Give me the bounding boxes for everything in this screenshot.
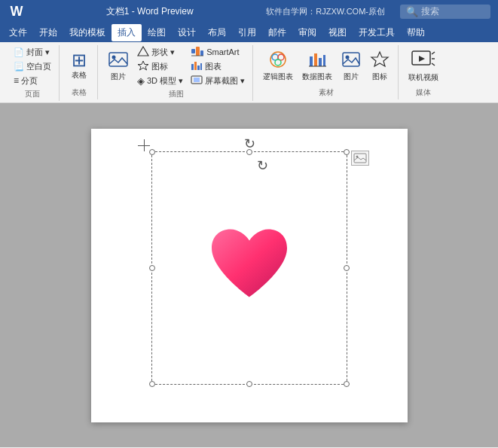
illustrations-buttons: 图片 形状 ▾ 图标 [104, 45, 248, 87]
svg-marker-27 [419, 56, 425, 62]
icon-icon [137, 60, 149, 72]
search-box[interactable]: 🔍 [400, 5, 490, 19]
material-icon-button[interactable]: 图标 [366, 45, 393, 86]
search-icon: 🔍 [406, 6, 418, 17]
handle-bottom-middle[interactable] [246, 381, 252, 387]
crosshair-indicator [138, 139, 150, 151]
shapes-col: 形状 ▾ 图标 ◈ 3D 模型 ▾ [134, 45, 186, 87]
svg-rect-8 [191, 64, 194, 70]
table-group-label: 表格 [72, 86, 87, 98]
table-icon: ⊞ [72, 51, 87, 69]
svg-rect-11 [200, 63, 202, 70]
online-video-label: 联机视频 [408, 73, 438, 82]
picture-label: 图片 [111, 72, 126, 81]
menu-item-layout[interactable]: 布局 [202, 24, 232, 41]
svg-line-30 [432, 63, 435, 66]
svg-marker-3 [138, 61, 148, 70]
svg-point-1 [112, 55, 116, 59]
svg-rect-9 [194, 62, 197, 70]
chart-icon [191, 60, 203, 72]
menu-item-review[interactable]: 审阅 [292, 24, 322, 41]
table-button[interactable]: ⊞ 表格 [66, 45, 93, 86]
shapes-label: 形状 ▾ [151, 47, 175, 58]
selection-box[interactable]: ↻ [151, 151, 347, 385]
shapes-button[interactable]: 形状 ▾ [134, 45, 186, 59]
title-bar: W 文档1 - Word Preview 软件自学网：RJZXW.COM-原创 … [0, 0, 498, 23]
chart-button[interactable]: 图表 [188, 59, 248, 73]
svg-rect-5 [196, 47, 200, 56]
svg-marker-2 [138, 47, 148, 56]
pages-col: 📄 封面 ▾ 📃 空白页 ≡ 分页 [11, 45, 54, 87]
material-pic-button[interactable]: 图片 [338, 45, 365, 86]
search-input[interactable] [421, 6, 489, 17]
menu-item-design[interactable]: 设计 [172, 24, 202, 41]
menu-item-insert[interactable]: 插入 [112, 24, 142, 41]
handle-top-right[interactable] [344, 149, 350, 155]
menu-item-mail[interactable]: 邮件 [262, 24, 292, 41]
menu-item-view[interactable]: 视图 [322, 24, 353, 41]
ribbon-group-illustrations: 图片 形状 ▾ 图标 [99, 45, 253, 101]
document-canvas: ↻ ↻ [0, 103, 498, 447]
cover-button[interactable]: 📄 封面 ▾ [11, 45, 54, 59]
word-page: ↻ ↻ [91, 129, 408, 422]
data-chart-icon [307, 50, 327, 71]
material-icon-label: 图标 [372, 72, 387, 81]
heart-shape [204, 225, 295, 310]
page-break-label: 分页 [21, 75, 38, 87]
picture-button[interactable]: 图片 [104, 45, 133, 86]
material-buttons: 逻辑图表 数据图表 [259, 45, 393, 86]
blank-page-button[interactable]: 📃 空白页 [11, 59, 54, 73]
handle-bottom-right[interactable] [344, 381, 350, 387]
svg-rect-0 [109, 53, 127, 66]
handle-bottom-left[interactable] [149, 381, 155, 387]
svg-rect-20 [319, 58, 322, 66]
menu-item-draw[interactable]: 绘图 [142, 24, 172, 41]
ribbon-group-table: ⊞ 表格 表格 [61, 45, 98, 99]
smartart-col: SmartArt 图表 [188, 45, 248, 87]
ribbon-group-media: 联机视频 媒体 [400, 45, 447, 99]
image-placeholder-icon[interactable] [351, 151, 369, 166]
rotate-handle[interactable]: ↻ [244, 136, 255, 146]
menu-item-file[interactable]: 文件 [3, 24, 33, 41]
smartart-button[interactable]: SmartArt [188, 45, 248, 59]
svg-rect-21 [323, 55, 325, 66]
svg-rect-19 [314, 53, 317, 66]
screenshot-label: 屏幕截图 ▾ [205, 75, 245, 87]
handle-top-left[interactable] [149, 149, 155, 155]
material-pic-label: 图片 [344, 72, 359, 81]
menu-item-template[interactable]: 我的模板 [63, 24, 112, 41]
menu-bar: 文件 开始 我的模板 插入 绘图 设计 布局 引用 邮件 审阅 视图 开发工具 … [0, 23, 498, 42]
cover-icon: 📄 [14, 47, 24, 57]
document-title: 文档1 - Word Preview [33, 5, 266, 18]
menu-item-home[interactable]: 开始 [33, 24, 63, 41]
3dmodel-button[interactable]: ◈ 3D 模型 ▾ [134, 74, 186, 87]
handle-middle-left[interactable] [149, 265, 155, 271]
shapes-icon [137, 46, 149, 58]
online-video-icon [411, 50, 435, 72]
svg-rect-6 [200, 50, 203, 56]
page-break-button[interactable]: ≡ 分页 [11, 74, 54, 87]
3dmodel-label: 3D 模型 ▾ [147, 75, 183, 87]
svg-rect-4 [191, 49, 195, 53]
svg-point-24 [346, 55, 350, 59]
menu-item-developer[interactable]: 开发工具 [353, 24, 401, 41]
cover-label: 封面 ▾ [26, 47, 50, 58]
app-logo: W [8, 2, 26, 20]
online-video-button[interactable]: 联机视频 [405, 45, 442, 86]
screenshot-button[interactable]: 屏幕截图 ▾ [188, 74, 248, 87]
logic-chart-button[interactable]: 逻辑图表 [259, 45, 297, 86]
menu-item-help[interactable]: 帮助 [401, 24, 431, 41]
blank-page-icon: 📃 [14, 62, 24, 72]
media-group-label: 媒体 [416, 86, 431, 98]
data-chart-button[interactable]: 数据图表 [298, 45, 336, 86]
pages-group-label: 页面 [25, 87, 40, 99]
handle-top-middle[interactable] [246, 149, 252, 155]
handle-middle-right[interactable] [344, 265, 350, 271]
icon-button[interactable]: 图标 [134, 59, 186, 73]
blank-page-label: 空白页 [26, 61, 51, 72]
svg-rect-13 [194, 78, 200, 82]
screenshot-icon [191, 75, 203, 87]
menu-item-references[interactable]: 引用 [232, 24, 262, 41]
smartart-icon [191, 46, 204, 58]
material-group-label: 素材 [319, 86, 334, 98]
